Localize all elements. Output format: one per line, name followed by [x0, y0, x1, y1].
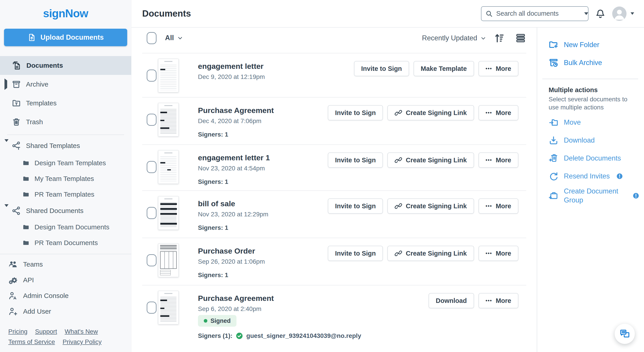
notifications-bell-icon[interactable] — [595, 9, 606, 19]
bulk-archive-button[interactable]: Bulk Archive — [548, 55, 644, 70]
invite-to-sign-button[interactable]: Invite to Sign — [328, 152, 383, 168]
search-scope-caret-icon[interactable] — [584, 12, 588, 15]
signer-email: guest_signer_939241043039@no.reply — [246, 332, 361, 339]
document-row[interactable]: Purchase Agreement Dec 4, 2020 at 7:06pm… — [142, 97, 526, 144]
ellipsis-icon: ••• — [486, 298, 492, 304]
document-row[interactable]: engagement letter 1 Nov 23, 2020 at 4:54… — [142, 144, 526, 190]
more-button[interactable]: •••More — [478, 246, 518, 261]
signnow-logo: signNow — [0, 0, 131, 27]
document-thumbnail[interactable] — [158, 59, 179, 92]
chevron-right-icon[interactable] — [4, 80, 7, 88]
document-thumbnail[interactable] — [158, 150, 179, 184]
sidebar-item-templates[interactable]: Templates — [0, 94, 131, 113]
sidebar-item-teams[interactable]: Teams — [0, 256, 131, 272]
chevron-down-icon[interactable] — [4, 207, 8, 215]
sidebar-item-api[interactable]: API — [0, 272, 131, 288]
select-all-checkbox[interactable] — [147, 32, 156, 44]
row-checkbox[interactable] — [147, 302, 156, 314]
sidebar-item-admin-console[interactable]: Admin Console — [0, 288, 131, 304]
sidebar-item-design-team-templates[interactable]: Design Team Templates — [0, 156, 131, 170]
sidebar-item-design-team-documents[interactable]: Design Team Documents — [0, 220, 131, 234]
upload-documents-button[interactable]: Upload Documents — [4, 29, 127, 46]
bulk-archive-icon — [548, 58, 558, 68]
terms-of-service-link[interactable]: Terms of Service — [8, 338, 55, 345]
document-title[interactable]: engagement letter — [198, 61, 265, 71]
create-signing-link-button[interactable]: Create Signing Link — [388, 199, 474, 214]
invite-to-sign-button[interactable]: Invite to Sign — [328, 246, 383, 261]
create-signing-link-button[interactable]: Create Signing Link — [388, 246, 474, 261]
invite-to-sign-button[interactable]: Invite to Sign — [328, 199, 383, 214]
document-row[interactable]: engagement letter Dec 9, 2020 at 12:19pm… — [142, 53, 526, 97]
info-icon[interactable] — [632, 192, 640, 199]
account-menu-caret-icon[interactable] — [630, 12, 634, 15]
search-box[interactable] — [481, 6, 588, 21]
sidebar-item-documents[interactable]: Documents — [0, 56, 131, 75]
avatar[interactable] — [612, 7, 626, 21]
delete-documents-button[interactable]: Delete Documents — [548, 151, 644, 166]
signers-count: Signers: 1 — [198, 224, 268, 232]
sidebar-item-archive[interactable]: Archive — [0, 75, 131, 94]
sidebar-item-pr-team-templates[interactable]: PR Team Templates — [0, 187, 131, 202]
sidebar-item-my-team-templates[interactable]: My Team Templates — [0, 171, 131, 186]
support-link[interactable]: Support — [35, 328, 57, 335]
more-button[interactable]: •••More — [478, 293, 518, 308]
sort-order-dropdown[interactable]: Recently Updated — [422, 34, 484, 42]
document-thumbnail[interactable] — [158, 103, 179, 136]
resend-invites-button[interactable]: Resend Invites — [548, 169, 644, 184]
sidebar-item-add-user[interactable]: Add User — [0, 304, 131, 319]
create-signing-link-button[interactable]: Create Signing Link — [388, 152, 474, 168]
admin-user-icon — [8, 291, 18, 300]
more-button[interactable]: •••More — [478, 105, 518, 120]
sidebar-item-label: Archive — [26, 80, 48, 88]
document-thumbnail[interactable] — [158, 196, 179, 230]
info-icon[interactable] — [616, 173, 623, 180]
chat-support-button[interactable] — [615, 324, 635, 344]
link-icon — [394, 202, 402, 210]
row-checkbox[interactable] — [147, 70, 156, 82]
document-title[interactable]: Purchase Order — [198, 246, 265, 256]
document-row[interactable]: Purchase Agreement Sep 6, 2020 at 2:40pm… — [142, 285, 526, 352]
privacy-policy-link[interactable]: Privacy Policy — [63, 338, 102, 345]
download-multiple-button[interactable]: Download — [548, 133, 644, 148]
sidebar-item-pr-team-documents[interactable]: PR Team Documents — [0, 236, 131, 250]
sidebar-item-trash[interactable]: Trash — [0, 113, 131, 131]
document-row[interactable]: Purchase Order Sep 26, 2020 at 1:06pm Si… — [142, 238, 526, 285]
document-title[interactable]: Purchase Agreement — [198, 293, 361, 303]
document-thumbnail[interactable] — [158, 291, 179, 324]
whats-new-link[interactable]: What's New — [65, 328, 98, 335]
move-button[interactable]: Move — [548, 115, 644, 130]
invite-to-sign-button[interactable]: Invite to Sign — [354, 61, 409, 76]
document-thumbnail[interactable] — [158, 244, 179, 277]
download-button[interactable]: Download — [428, 293, 474, 308]
invite-to-sign-button[interactable]: Invite to Sign — [328, 105, 383, 120]
signed-check-icon — [236, 332, 243, 340]
document-row[interactable]: bill of sale Nov 23, 2020 at 12:29pm Sig… — [142, 190, 526, 238]
row-checkbox[interactable] — [147, 207, 156, 219]
create-document-group-button[interactable]: Create Document Group — [548, 187, 644, 205]
document-date: Nov 23, 2020 at 4:54pm — [198, 164, 270, 172]
create-signing-link-button[interactable]: Create Signing Link — [388, 105, 474, 120]
multiple-actions-caption: Select several documents to use multiple… — [548, 95, 629, 111]
search-input[interactable] — [496, 10, 581, 17]
document-title[interactable]: engagement letter 1 — [198, 153, 270, 162]
list-view-icon[interactable] — [515, 33, 526, 44]
folder-icon — [22, 239, 30, 246]
chevron-down-icon[interactable] — [4, 142, 8, 149]
more-button[interactable]: •••More — [478, 61, 518, 76]
row-checkbox[interactable] — [147, 254, 156, 266]
row-checkbox[interactable] — [147, 114, 156, 126]
document-title[interactable]: bill of sale — [198, 199, 268, 208]
sidebar-item-shared-documents[interactable]: Shared Documents — [0, 202, 131, 219]
sidebar-item-shared-templates[interactable]: Shared Templates — [0, 136, 131, 155]
pricing-link[interactable]: Pricing — [8, 328, 28, 335]
more-button[interactable]: •••More — [478, 199, 518, 214]
filter-all-dropdown[interactable]: All — [165, 34, 181, 42]
new-folder-button[interactable]: New Folder — [548, 38, 644, 52]
sidebar-item-label: Add User — [23, 308, 51, 315]
document-list-area: All Recently Updated engagement letter D… — [132, 28, 537, 352]
document-title[interactable]: Purchase Agreement — [198, 106, 274, 115]
make-template-button[interactable]: Make Template — [414, 61, 474, 76]
sort-direction-icon[interactable] — [494, 33, 505, 44]
more-button[interactable]: •••More — [478, 152, 518, 168]
row-checkbox[interactable] — [147, 161, 156, 173]
